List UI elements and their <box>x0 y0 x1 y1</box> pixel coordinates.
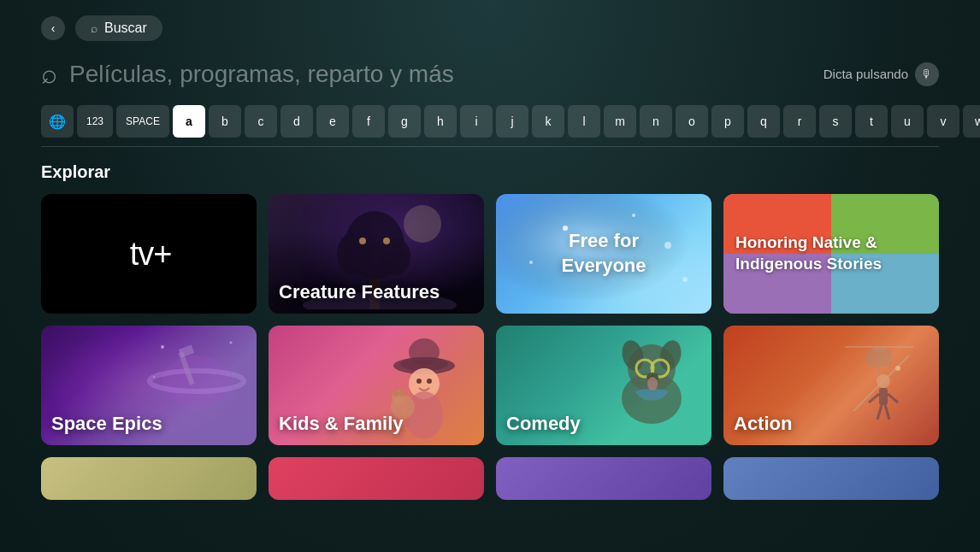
svg-point-10 <box>632 214 635 217</box>
key-e[interactable]: e <box>316 105 349 138</box>
card-partial-4[interactable] <box>723 457 939 500</box>
search-icon-large: ⌕ <box>41 58 57 90</box>
key-n[interactable]: n <box>640 105 672 138</box>
svg-line-50 <box>877 405 882 420</box>
key-g[interactable]: g <box>388 105 421 138</box>
card-kids-label: Kids & Family <box>279 413 403 435</box>
svg-rect-43 <box>866 349 892 367</box>
key-l[interactable]: l <box>568 105 600 138</box>
svg-point-0 <box>404 205 441 243</box>
back-icon: ‹ <box>51 21 56 35</box>
divider <box>41 146 939 147</box>
card-space-label: Space Epics <box>51 413 162 435</box>
svg-rect-47 <box>879 388 888 405</box>
svg-point-25 <box>416 379 422 384</box>
search-nav-pill[interactable]: ⌕ Buscar <box>75 15 162 41</box>
key-m[interactable]: m <box>604 105 636 138</box>
card-free-everyone[interactable]: Free forEveryone <box>496 194 711 314</box>
card-creature-label: Creature Features <box>279 281 440 303</box>
key-space[interactable]: SPACE <box>116 105 169 138</box>
search-nav-label: Buscar <box>104 21 147 36</box>
card-partial-3[interactable] <box>496 457 711 500</box>
key-r[interactable]: r <box>783 105 816 138</box>
svg-point-3 <box>337 232 371 275</box>
card-partial-2[interactable] <box>269 457 484 500</box>
key-c[interactable]: c <box>245 105 277 138</box>
key-p[interactable]: p <box>711 105 744 138</box>
svg-line-49 <box>888 394 898 402</box>
key-i[interactable]: i <box>460 105 493 138</box>
svg-point-18 <box>161 345 164 349</box>
card-free-label: Free forEveryone <box>561 229 646 278</box>
card-creature-features[interactable]: Creature Features <box>269 194 484 314</box>
key-a[interactable]: a <box>173 105 205 138</box>
key-q[interactable]: q <box>747 105 780 138</box>
key-f[interactable]: f <box>352 105 385 138</box>
key-123[interactable]: 123 <box>77 105 113 138</box>
card-partial-1[interactable] <box>41 457 257 500</box>
svg-point-14 <box>162 355 231 407</box>
key-b[interactable]: b <box>209 105 241 138</box>
key-globe[interactable]: 🌐 <box>41 105 74 138</box>
space-illustration <box>145 334 248 420</box>
card-native-label: Honoring Native & Indigenous Stories <box>735 232 927 274</box>
explore-grid-3 <box>41 457 939 500</box>
key-w[interactable]: w <box>963 105 980 138</box>
card-comedy[interactable]: Comedy <box>496 326 711 445</box>
appletv-text: tv+ <box>130 236 172 273</box>
card-kids-family[interactable]: Kids & Family <box>269 326 484 445</box>
card-space-epics[interactable]: Space Epics <box>41 326 257 445</box>
search-nav-icon: ⌕ <box>91 21 97 35</box>
card-native-stories[interactable]: Honoring Native & Indigenous Stories <box>723 194 939 314</box>
svg-point-11 <box>664 242 671 249</box>
svg-point-5 <box>359 238 366 244</box>
mic-icon: 🎙 <box>915 62 939 86</box>
svg-point-46 <box>877 374 890 388</box>
card-action[interactable]: Action <box>723 326 939 445</box>
search-placeholder-text[interactable]: Películas, programas, reparto y más <box>69 61 812 88</box>
card-appletv[interactable]: tv+ <box>41 194 257 314</box>
section-title: Explorar <box>41 162 939 182</box>
explore-grid-2: Space Epics <box>41 326 939 445</box>
svg-point-12 <box>529 261 533 264</box>
key-o[interactable]: o <box>676 105 708 138</box>
svg-rect-17 <box>179 345 194 358</box>
explore-grid: tv+ Creature Features <box>41 194 939 314</box>
dictate-label: Dicta pulsando <box>824 67 908 81</box>
key-h[interactable]: h <box>424 105 457 138</box>
appletv-logo: tv+ <box>127 236 172 273</box>
svg-line-51 <box>885 405 889 420</box>
key-j[interactable]: j <box>496 105 528 138</box>
key-k[interactable]: k <box>532 105 564 138</box>
svg-point-19 <box>230 342 233 344</box>
top-bar: ‹ ⌕ Buscar <box>41 15 939 41</box>
native-text-overlay: Honoring Native & Indigenous Stories <box>723 194 939 314</box>
svg-point-52 <box>895 366 900 371</box>
svg-point-40 <box>647 377 658 391</box>
key-v[interactable]: v <box>927 105 959 138</box>
key-t[interactable]: t <box>855 105 888 138</box>
back-button[interactable]: ‹ <box>41 16 65 40</box>
search-bar: ⌕ Películas, programas, reparto y más Di… <box>41 58 939 90</box>
svg-point-31 <box>399 390 406 396</box>
svg-point-26 <box>427 379 432 384</box>
svg-point-30 <box>393 390 399 396</box>
svg-point-20 <box>153 376 155 378</box>
card-action-label: Action <box>734 413 792 435</box>
card-comedy-label: Comedy <box>506 413 581 435</box>
dictate-button[interactable]: Dicta pulsando 🎙 <box>824 62 939 86</box>
comedy-illustration <box>600 330 703 424</box>
key-d[interactable]: d <box>280 105 313 138</box>
action-illustration <box>836 334 922 428</box>
svg-point-6 <box>383 238 390 244</box>
svg-point-13 <box>682 277 688 282</box>
key-u[interactable]: u <box>891 105 924 138</box>
keyboard: 🌐 123 SPACE a b c d e f g h i j k l m n … <box>41 105 939 138</box>
key-s[interactable]: s <box>819 105 852 138</box>
